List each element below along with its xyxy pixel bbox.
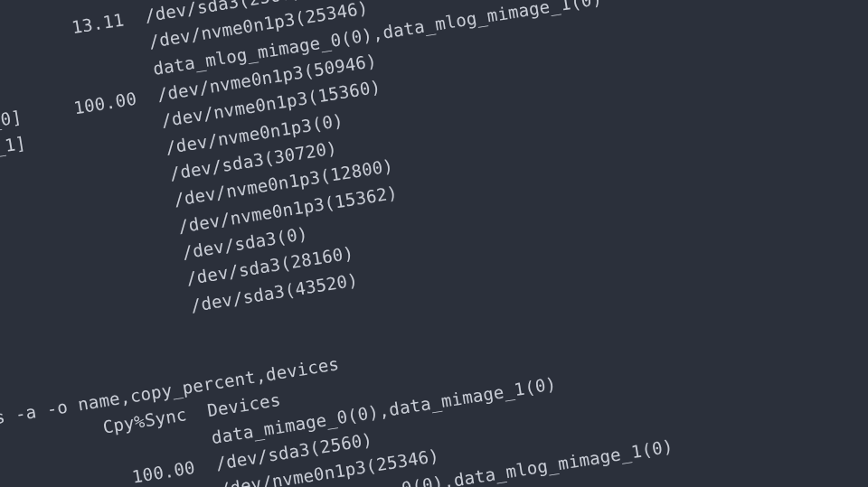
terminal-viewport: root@taro:~# lvs -a -o name,copy_percent… — [0, 0, 868, 487]
terminal-text: root@taro:~# lvs -a -o name,copy_percent… — [0, 0, 684, 487]
